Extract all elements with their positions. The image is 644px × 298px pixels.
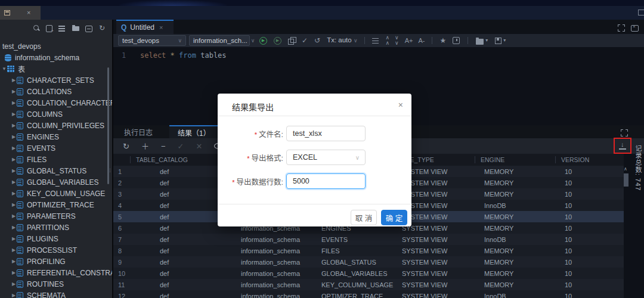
favorite-icon[interactable]: ★	[439, 37, 446, 44]
tree-table-parameters[interactable]: ▶PARAMETERS	[0, 210, 112, 222]
chevron-right-icon[interactable]: ▶	[11, 213, 17, 219]
rollback-icon[interactable]: ↺	[314, 37, 320, 44]
add-row-icon[interactable]: ＋	[141, 142, 149, 150]
table-list-icon[interactable]	[58, 24, 66, 32]
expand-all-icon[interactable]: ∨∨	[395, 35, 399, 46]
table-row[interactable]: 10definformation_schemaGLOBAL_VARIABLESS…	[113, 268, 624, 279]
column-header-engine[interactable]: ENGINE	[481, 156, 504, 163]
chevron-right-icon[interactable]: ▶	[11, 270, 17, 275]
chevron-right-icon[interactable]: ▶	[11, 123, 17, 128]
tree-table-columns[interactable]: ▶COLUMNS	[0, 108, 112, 120]
chevron-right-icon[interactable]: ▶	[11, 168, 17, 173]
tree-table-collation_character_set_applicability[interactable]: ▶COLLATION_CHARACTER_SET_APPLICABILITY	[0, 97, 112, 108]
table-row[interactable]: 12definformation_schemaOPTIMIZER_TRACESY…	[113, 290, 624, 298]
tree-table-global_variables[interactable]: ▶GLOBAL_VARIABLES	[0, 176, 112, 188]
tree-table-partitions[interactable]: ▶PARTITIONS	[0, 222, 112, 233]
window-restore-icon[interactable]	[631, 23, 639, 34]
tree-table-key_column_usage[interactable]: ▶KEY_COLUMN_USAGE	[0, 188, 112, 199]
close-icon[interactable]: ×	[398, 100, 403, 110]
tree-root-test_devops[interactable]: test_devops	[0, 41, 112, 52]
tree-table-processlist[interactable]: ▶PROCESSLIST	[0, 244, 112, 256]
window-tab[interactable]: ×	[0, 6, 41, 20]
table-row[interactable]: 8definformation_schemaFILESSYSTEM VIEWME…	[113, 245, 624, 256]
schema-select[interactable]: information_sch... ∨	[189, 35, 250, 46]
table-row[interactable]: 9definformation_schemaGLOBAL_STATUSSYSTE…	[113, 256, 624, 268]
chevron-right-icon[interactable]: ▶	[11, 247, 17, 253]
tree-table-schemata[interactable]: ▶SCHEMATA	[0, 290, 112, 298]
cancel-button[interactable]: 取 消	[351, 210, 377, 225]
chevron-right-icon[interactable]: ▶	[11, 259, 17, 264]
tree-table-referential_constraints[interactable]: ▶REFERENTIAL_CONSTRAINTS	[0, 267, 112, 278]
chevron-down-icon[interactable]: ▼	[1, 66, 7, 72]
rowcount-input[interactable]: 5000	[286, 173, 366, 189]
delete-row-icon[interactable]: −	[161, 142, 166, 150]
tree-table-optimizer_trace[interactable]: ▶OPTIMIZER_TRACE	[0, 199, 112, 210]
chevron-right-icon[interactable]: ▶	[11, 293, 17, 298]
chevron-right-icon[interactable]: ▶	[11, 236, 17, 241]
chevron-right-icon[interactable]: ▶	[11, 179, 17, 185]
collapse-all-icon[interactable]: ∧∧	[385, 35, 389, 46]
format-sql-icon[interactable]	[372, 38, 379, 44]
new-folder-icon[interactable]	[72, 24, 80, 33]
tree-table-global_status[interactable]: ▶GLOBAL_STATUS	[0, 165, 112, 176]
chevron-right-icon[interactable]: ▶	[11, 202, 17, 207]
ok-button[interactable]: 确 定	[381, 210, 407, 225]
new-doc-icon[interactable]	[46, 25, 52, 32]
tree-table-character_sets[interactable]: ▶CHARACTER_SETS	[0, 74, 112, 86]
editor-tab-close-icon[interactable]: ×	[159, 24, 163, 31]
format-select[interactable]: EXCEL ∨	[286, 150, 366, 165]
chevron-right-icon[interactable]: ▶	[11, 157, 17, 162]
grid-scrollbar[interactable]	[624, 173, 628, 187]
tree-table-events[interactable]: ▶EVENTS	[0, 142, 112, 154]
window-icon[interactable]	[638, 10, 644, 15]
save-icon[interactable]	[495, 38, 501, 44]
refresh-icon[interactable]: ↻	[123, 142, 129, 150]
editor-tab-untitled[interactable]: Q Untitled ×	[116, 20, 174, 34]
chevron-down-icon[interactable]: ▾	[485, 38, 488, 43]
chevron-right-icon[interactable]: ▶	[11, 77, 17, 83]
commit-icon[interactable]: ✓	[178, 142, 184, 150]
font-decrease-icon[interactable]: A-	[418, 38, 425, 44]
open-file-icon[interactable]	[476, 39, 484, 45]
tree-schema-information_schema[interactable]: information_schema	[0, 52, 112, 63]
chevron-right-icon[interactable]: ▶	[11, 191, 17, 196]
filename-input[interactable]: test_xlsx	[286, 126, 366, 141]
chevron-right-icon[interactable]: ▶	[11, 134, 17, 139]
discard-icon[interactable]: ✕	[196, 142, 202, 150]
chevron-right-icon[interactable]: ▶	[11, 145, 17, 151]
tab-execution-log[interactable]: 执行日志	[116, 125, 161, 138]
search-icon[interactable]	[32, 24, 41, 32]
tree-table-engines[interactable]: ▶ENGINES	[0, 131, 112, 142]
history-icon[interactable]	[453, 37, 460, 44]
chevron-down-icon[interactable]: ▾	[503, 38, 506, 43]
run-selection-icon[interactable]: ▶	[274, 37, 281, 45]
tree-table-files[interactable]: ▶FILES	[0, 154, 112, 165]
table-row[interactable]: 7definformation_schemaEVENTSSYSTEM VIEWI…	[113, 234, 624, 245]
collapse-window-icon[interactable]	[85, 26, 92, 32]
tree-table-collations[interactable]: ▶COLLATIONS	[0, 86, 112, 97]
column-header-version[interactable]: VERSION	[561, 156, 589, 163]
sidebar-resize-handle[interactable]: ⋮⋮	[108, 169, 112, 175]
tree-table-plugins[interactable]: ▶PLUGINS	[0, 233, 112, 244]
chevron-right-icon[interactable]: ▶	[11, 111, 17, 117]
scroll-up-icon[interactable]: ∧	[624, 166, 627, 172]
chevron-right-icon[interactable]: ▶	[11, 225, 17, 230]
window-tab-close-icon[interactable]: ×	[27, 10, 30, 16]
tree-tables-folder[interactable]: ▼表	[0, 63, 112, 74]
syntax-check-icon[interactable]: ✓	[302, 37, 308, 44]
table-row[interactable]: 11definformation_schemaKEY_COLUMN_USAGES…	[113, 279, 624, 290]
refresh-icon[interactable]: ↻	[98, 24, 106, 32]
chevron-right-icon[interactable]: ▶	[11, 281, 17, 287]
tx-mode-select[interactable]: Tx: auto ∨	[327, 37, 357, 44]
tree-table-routines[interactable]: ▶ROUTINES	[0, 278, 112, 290]
execution-plan-icon[interactable]	[288, 37, 295, 44]
fullscreen-icon[interactable]	[618, 23, 625, 34]
run-icon[interactable]: ▶	[259, 37, 267, 45]
tree-table-profiling[interactable]: ▶PROFILING	[0, 256, 112, 267]
tree-table-column_privileges[interactable]: ▶COLUMN_PRIVILEGES	[0, 120, 112, 131]
font-increase-icon[interactable]: A+	[405, 38, 413, 44]
chevron-right-icon[interactable]: ▶	[11, 100, 17, 105]
database-select[interactable]: test_devops ∨	[118, 35, 186, 46]
export-result-button[interactable]	[614, 138, 631, 154]
sidebar-scrollbar[interactable]	[107, 67, 109, 184]
